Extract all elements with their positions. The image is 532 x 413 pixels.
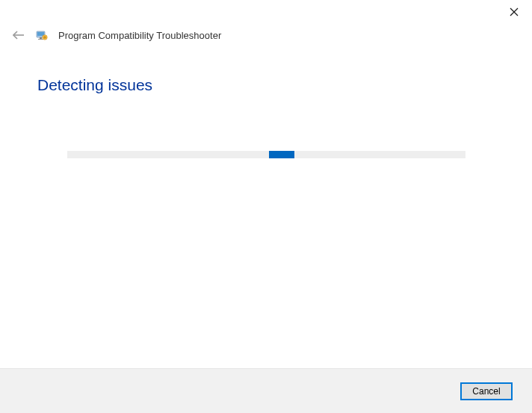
svg-rect-4 [37,32,44,36]
cancel-button[interactable]: Cancel [460,382,513,400]
footer-bar: Cancel [0,368,532,413]
progress-bar [67,151,466,158]
app-title: Program Compatibility Troubleshooter [58,30,221,41]
svg-rect-5 [40,37,42,39]
close-icon [510,7,519,16]
progress-indicator [269,151,294,158]
svg-rect-9 [43,37,46,37]
page-heading: Detecting issues [37,76,495,94]
close-button[interactable] [507,4,522,19]
svg-rect-6 [38,39,43,40]
header-bar: Program Compatibility Troubleshooter [0,19,532,48]
troubleshooter-icon [36,29,48,41]
back-button[interactable] [12,28,25,42]
back-arrow-icon [13,31,25,40]
